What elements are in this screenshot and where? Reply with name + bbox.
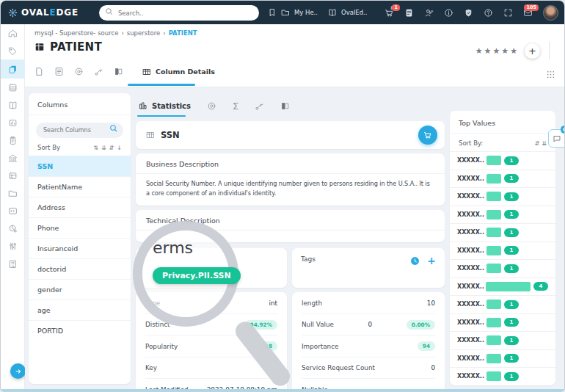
global-search-input[interactable] <box>99 5 259 21</box>
value-frequency-bar <box>486 354 501 363</box>
info-button[interactable] <box>444 8 453 18</box>
sigma-icon[interactable]: Σ <box>233 101 238 112</box>
column-list-item[interactable]: PatientName <box>29 176 131 197</box>
sort-desc-icon[interactable]: ⇊ <box>542 140 547 147</box>
columns-panel: Columns Sort By ⇅ ⇊ ⇵ ↓ SSN <box>29 93 131 384</box>
top-value-row[interactable]: XXXXX.. 1 <box>450 259 555 277</box>
column-list-item[interactable]: age <box>29 300 131 320</box>
top-value-row[interactable]: XXXXX.. 1 <box>450 187 555 206</box>
top-value-row[interactable]: XXXXX.. 1 <box>450 367 555 385</box>
data-quality-icon[interactable] <box>1 219 25 237</box>
sort-fav-icon[interactable]: ↓ <box>117 145 122 151</box>
fullscreen-button[interactable] <box>503 8 513 18</box>
top-value-row[interactable]: XXXXX.. 1 <box>450 295 555 313</box>
chat-bubble-icon <box>553 134 561 143</box>
column-list-item[interactable]: gender <box>29 279 131 300</box>
reports-icon[interactable] <box>1 114 25 131</box>
compare-columns-icon[interactable] <box>114 67 123 76</box>
clipboard-icon[interactable] <box>1 131 25 149</box>
rail-expand-button[interactable] <box>10 363 26 379</box>
business-description-text: Social Security Number. A unique identif… <box>136 174 445 200</box>
top-value-row[interactable]: XXXXX.. 1 <box>450 331 555 349</box>
column-list-item[interactable]: SSN <box>29 156 131 176</box>
clock-icon[interactable] <box>410 256 420 266</box>
bookmark-icon[interactable] <box>268 8 277 17</box>
comments-float-button[interactable]: 0 <box>548 129 565 148</box>
top-value-row[interactable]: XXXXX.. 1 <box>450 206 555 224</box>
column-list-item[interactable]: Insuranceid <box>29 238 131 258</box>
menu-my-health[interactable]: My He.. <box>294 9 318 16</box>
top-value-row[interactable]: XXXXX.. 1 <box>450 242 555 260</box>
document-icon[interactable] <box>54 67 64 76</box>
value-frequency-bar <box>486 371 501 381</box>
sort-updown-icon[interactable]: ⇵ <box>109 145 114 151</box>
add-to-cart-button[interactable] <box>418 126 437 145</box>
top-value-row[interactable]: XXXXX.. 1 <box>450 313 555 332</box>
business-description-card: Business Description Social Security Num… <box>136 153 445 206</box>
folder-icon[interactable] <box>281 8 290 17</box>
column-list-item[interactable]: PORTID <box>29 320 131 341</box>
lineage-icon[interactable] <box>94 67 103 76</box>
add-tag-button[interactable]: + <box>427 255 436 266</box>
grid-menu-icon[interactable] <box>546 68 555 82</box>
user-avatar[interactable] <box>543 5 558 21</box>
settings-sliders-icon[interactable] <box>1 237 25 255</box>
target-icon[interactable] <box>74 67 84 76</box>
column-name: Insuranceid <box>37 244 78 253</box>
projects-folder-icon[interactable] <box>1 184 25 202</box>
top-value-row[interactable]: XXXXX.. 1 <box>450 223 555 242</box>
search-icon[interactable] <box>109 124 118 133</box>
tab-column-details[interactable]: Column Details <box>142 68 215 76</box>
governance-button[interactable] <box>464 8 473 18</box>
column-list-item[interactable]: doctorid <box>29 258 131 279</box>
column-list-item[interactable]: Phone <box>29 217 131 238</box>
sort-desc-icon[interactable]: ⇊ <box>101 145 106 151</box>
summary-page-icon[interactable] <box>34 67 44 76</box>
book-icon[interactable] <box>328 8 337 17</box>
column-list-item[interactable]: Address <box>29 197 131 217</box>
compare-columns-icon[interactable] <box>280 101 290 111</box>
target-icon[interactable] <box>207 101 216 111</box>
glossary-book-icon[interactable] <box>1 96 25 114</box>
info-icon <box>444 8 453 18</box>
active-tab-underline <box>137 115 186 117</box>
lineage-icon[interactable] <box>255 101 264 111</box>
property-badge: 94.92% <box>245 320 277 330</box>
top-value-row[interactable]: XXXXX.. 4 <box>450 277 555 296</box>
property-row: Key <box>145 357 277 380</box>
rating-stars[interactable]: ★★★★★ <box>475 46 519 56</box>
user-edit-button[interactable] <box>424 8 434 18</box>
sort-asc-icon[interactable]: ⇅ <box>93 145 98 151</box>
top-value-label: XXXXX.. <box>457 337 486 344</box>
query-sheet-icon[interactable] <box>1 202 25 219</box>
help-button[interactable] <box>484 8 493 18</box>
governance-bank-icon[interactable] <box>1 149 25 167</box>
property-row: Popularity 18 <box>145 335 277 357</box>
data-catalog-icon[interactable] <box>1 59 25 79</box>
top-value-row[interactable]: XXXXX.. 1 <box>450 349 555 368</box>
top-value-row[interactable]: XXXXX.. 1 <box>450 170 555 188</box>
inbox-badge: 105 <box>524 4 539 11</box>
id-card-icon[interactable] <box>1 167 25 184</box>
cart-button[interactable]: 8 1 <box>384 8 394 18</box>
top-value-row[interactable]: XXXXX.. 1 <box>450 151 555 170</box>
sort-updown-icon[interactable]: ⇵ <box>535 140 540 147</box>
tag-icon[interactable] <box>1 42 25 59</box>
breadcrumb[interactable]: mysql - Superstore- source› superstore› … <box>34 29 197 37</box>
add-rating-button[interactable]: + <box>525 43 540 59</box>
ovaledge-logo[interactable]: OVALEDGE <box>8 7 79 18</box>
value-count-pill: 1 <box>504 210 519 219</box>
term-chip-privacy-pii-ssn[interactable]: Privacy.PII.SSN <box>153 267 241 284</box>
database-icon[interactable] <box>1 79 25 96</box>
top-value-label: XXXXX.. <box>457 157 486 164</box>
top-values-title: Top Values <box>450 111 555 134</box>
tasks-button[interactable] <box>404 8 414 18</box>
property-value: int <box>269 300 277 307</box>
home-icon[interactable] <box>1 24 25 42</box>
jobs-building-icon[interactable] <box>1 255 25 272</box>
value-count-pill: 1 <box>504 300 519 309</box>
property-row: length 10 <box>302 292 435 314</box>
tab-statistics[interactable]: Statistics <box>139 101 191 110</box>
menu-ovaledge[interactable]: OvalEd.. <box>341 9 367 16</box>
inbox-button[interactable]: 105 <box>523 8 533 18</box>
